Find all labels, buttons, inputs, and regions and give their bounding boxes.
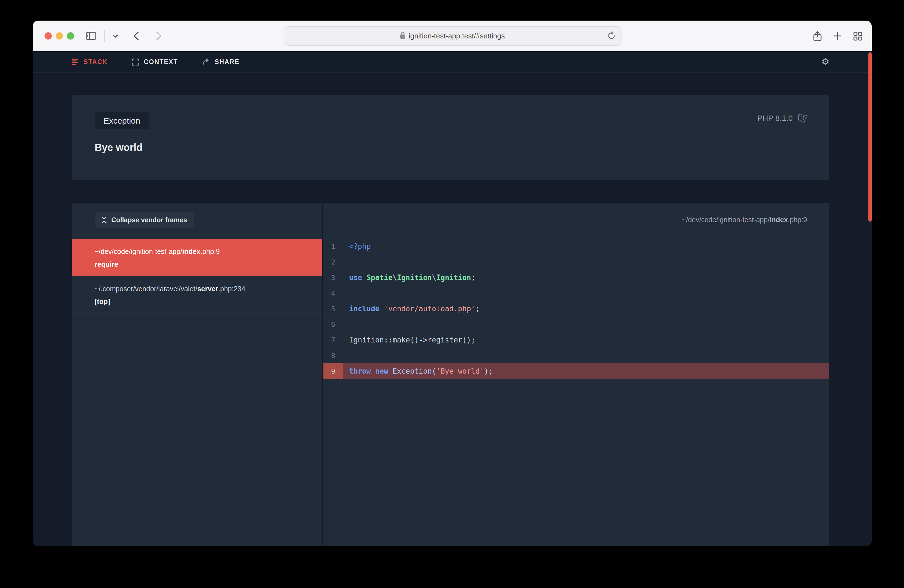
laravel-icon [798,113,807,122]
page-content: Exception Bye world PHP 8.1.0 [33,73,872,546]
browser-toolbar: ignition-test-app.test/#settings [33,21,872,51]
settings-gear-icon[interactable]: ⚙ [821,57,830,66]
exception-type-badge: Exception [95,112,149,129]
error-message: Bye world [95,142,142,154]
tab-stack-label: STACK [84,58,108,65]
collapse-vendor-frames-button[interactable]: Collapse vendor frames [95,212,194,228]
ignition-navbar: STACK CONTEXT SHARE ⚙ [33,51,872,73]
line-code: use Spatie\Ignition\Ignition; [349,273,476,281]
code-line-highlighted: 9throw new Exception('Bye world'); [323,363,829,379]
tab-context-label: CONTEXT [144,58,178,65]
frame-path: ~/dev/code/ignition-test-app/index.php:9 [95,246,311,257]
line-code: <?php [349,242,371,250]
line-number: 9 [323,363,343,379]
zoom-button[interactable] [67,32,74,40]
new-tab-icon[interactable] [833,32,842,40]
code-line: 6 [323,316,829,332]
tab-share-label: SHARE [215,58,240,65]
line-number: 3 [323,270,343,285]
code-file-path: ~/dev/code/ignition-test-app/index.php:9 [682,216,807,224]
line-code: throw new Exception('Bye world'); [349,367,493,375]
scrollbar-thumb[interactable] [868,52,872,221]
frame-method: require [95,259,311,270]
tab-overview-icon[interactable] [853,32,862,40]
context-frame-icon [132,58,139,65]
stack-and-code-panels: Collapse vendor frames ~/dev/code/igniti… [72,203,829,546]
toolbar-divider [104,30,105,42]
line-number: 4 [323,285,343,301]
code-line: 3use Spatie\Ignition\Ignition; [323,270,829,285]
tab-share[interactable]: SHARE [202,58,240,65]
back-button[interactable] [134,32,139,40]
address-bar[interactable]: ignition-test-app.test/#settings [283,26,621,46]
error-card: Exception Bye world PHP 8.1.0 [72,95,829,180]
frame-method: [top] [95,296,311,307]
minimize-button[interactable] [56,32,63,40]
stack-frame[interactable]: ~/dev/code/ignition-test-app/index.php:9… [72,239,322,276]
code-line: 2 [323,254,829,270]
safari-window: ignition-test-app.test/#settings [33,21,872,546]
code-line: 8 [323,348,829,363]
code-line: 5include 'vendor/autoload.php'; [323,301,829,316]
frames-list: ~/dev/code/ignition-test-app/index.php:9… [72,239,322,314]
line-number: 8 [323,348,343,363]
close-button[interactable] [44,32,52,40]
php-version: PHP 8.1.0 [757,113,807,122]
share-arrow-icon [202,58,210,65]
code-line: 1<?php [323,238,829,254]
collapse-icon [101,217,107,223]
line-code: include 'vendor/autoload.php'; [349,304,480,313]
chevron-down-icon[interactable] [112,34,118,38]
php-version-label: PHP 8.1.0 [757,113,793,122]
line-code: Ignition::make()->register(); [349,335,476,344]
url-text: ignition-test-app.test/#settings [409,32,504,40]
desktop: ignition-test-app.test/#settings [0,0,904,588]
sidebar-icon[interactable] [86,32,96,40]
share-icon[interactable] [813,31,822,41]
stack-trace-panel: Collapse vendor frames ~/dev/code/igniti… [72,203,323,546]
line-number: 2 [323,254,343,270]
line-number: 7 [323,332,343,348]
line-number: 1 [323,238,343,254]
frame-path: ~/.composer/vendor/laravel/valet/server.… [95,283,311,294]
code-editor: 1<?php23use Spatie\Ignition\Ignition;45i… [323,238,829,379]
line-number: 5 [323,301,343,316]
lock-icon [400,32,405,40]
traffic-lights [44,32,74,40]
code-line: 7Ignition::make()->register(); [323,332,829,348]
code-panel: ~/dev/code/ignition-test-app/index.php:9… [323,203,829,546]
reload-icon[interactable] [607,31,615,42]
code-line: 4 [323,285,829,301]
line-number: 6 [323,316,343,332]
tab-stack[interactable]: STACK [72,58,108,65]
collapse-label: Collapse vendor frames [111,216,187,224]
stack-list-icon [72,58,79,65]
tab-context[interactable]: CONTEXT [132,58,178,65]
stack-frame[interactable]: ~/.composer/vendor/laravel/valet/server.… [72,276,322,314]
forward-button[interactable] [156,32,161,40]
